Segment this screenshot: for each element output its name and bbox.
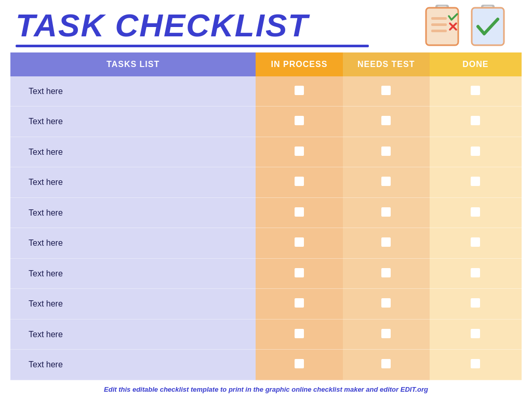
needstest-cell[interactable] [343, 258, 430, 289]
header-done: DONE [430, 52, 522, 76]
table-row: Text here [10, 167, 522, 198]
svg-rect-5 [431, 30, 447, 32]
title-area: TASK CHECKLIST [16, 9, 369, 47]
checkbox-needstest[interactable] [381, 237, 391, 247]
done-cell[interactable] [430, 137, 522, 167]
done-cell[interactable] [430, 319, 522, 350]
done-cell[interactable] [430, 228, 522, 259]
table-row: Text here [10, 319, 522, 350]
checkbox-needstest[interactable] [381, 329, 391, 338]
table-row: Text here [10, 137, 522, 167]
checkbox-done[interactable] [471, 359, 480, 368]
checkbox-inprocess[interactable] [295, 359, 304, 368]
checkbox-needstest[interactable] [381, 116, 391, 125]
task-cell: Text here [10, 319, 256, 350]
checkbox-inprocess[interactable] [295, 268, 304, 277]
checkbox-done[interactable] [471, 116, 480, 125]
table-row: Text here [10, 76, 522, 107]
checkbox-done[interactable] [471, 329, 480, 338]
task-cell: Text here [10, 107, 256, 137]
footer-text: Edit this editable checklist template to… [104, 385, 428, 393]
checkbox-done[interactable] [471, 147, 480, 156]
table-container: TASKS LIST IN PROCESS NEEDS TEST DONE Te… [0, 47, 532, 380]
inprocess-cell[interactable] [256, 289, 342, 320]
header-inprocess: IN PROCESS [256, 52, 342, 76]
needstest-cell[interactable] [343, 107, 430, 137]
done-cell[interactable] [430, 197, 522, 228]
needstest-cell[interactable] [343, 76, 430, 107]
svg-rect-4 [431, 23, 447, 26]
checkbox-inprocess[interactable] [295, 86, 304, 95]
done-cell[interactable] [430, 258, 522, 289]
header-tasks: TASKS LIST [10, 52, 256, 76]
checkbox-needstest[interactable] [381, 147, 391, 156]
checkbox-inprocess[interactable] [295, 116, 304, 125]
checkbox-needstest[interactable] [381, 177, 391, 186]
done-cell[interactable] [430, 167, 522, 198]
needstest-cell[interactable] [343, 228, 430, 259]
table-row: Text here [10, 107, 522, 137]
inprocess-cell[interactable] [256, 197, 342, 228]
needstest-cell[interactable] [343, 350, 430, 380]
inprocess-cell[interactable] [256, 107, 342, 137]
table-row: Text here [10, 289, 522, 320]
checkbox-done[interactable] [471, 237, 480, 247]
inprocess-cell[interactable] [256, 76, 342, 107]
task-cell: Text here [10, 76, 256, 107]
table-row: Text here [10, 258, 522, 289]
header: TASK CHECKLIST [0, 0, 532, 47]
footer: Edit this editable checklist template to… [0, 380, 532, 399]
checkbox-inprocess[interactable] [295, 177, 304, 186]
inprocess-cell[interactable] [256, 319, 342, 350]
inprocess-cell[interactable] [256, 167, 342, 198]
page-title: TASK CHECKLIST [16, 9, 369, 42]
checkbox-inprocess[interactable] [295, 237, 304, 247]
task-cell: Text here [10, 350, 256, 380]
inprocess-cell[interactable] [256, 228, 342, 259]
page-wrapper: TASK CHECKLIST [0, 0, 532, 399]
table-row: Text here [10, 350, 522, 380]
done-cell[interactable] [430, 289, 522, 320]
done-cell[interactable] [430, 350, 522, 380]
needstest-cell[interactable] [343, 197, 430, 228]
checkbox-needstest[interactable] [381, 268, 391, 277]
inprocess-cell[interactable] [256, 350, 342, 380]
task-cell: Text here [10, 167, 256, 198]
checkbox-inprocess[interactable] [295, 329, 304, 338]
task-cell: Text here [10, 289, 256, 320]
svg-rect-3 [431, 17, 447, 20]
checkbox-inprocess[interactable] [295, 298, 304, 308]
inprocess-cell[interactable] [256, 258, 342, 289]
done-cell[interactable] [430, 76, 522, 107]
needstest-cell[interactable] [343, 289, 430, 320]
checkbox-done[interactable] [471, 268, 480, 277]
checkbox-needstest[interactable] [381, 207, 391, 217]
checkbox-done[interactable] [471, 207, 480, 217]
checkbox-needstest[interactable] [381, 86, 391, 95]
done-cell[interactable] [430, 107, 522, 137]
needstest-cell[interactable] [343, 319, 430, 350]
checkbox-needstest[interactable] [381, 359, 391, 368]
task-cell: Text here [10, 228, 256, 259]
table-row: Text here [10, 228, 522, 259]
table-header-row: TASKS LIST IN PROCESS NEEDS TEST DONE [10, 52, 522, 76]
header-needstest: NEEDS TEST [343, 52, 430, 76]
task-cell: Text here [10, 137, 256, 167]
checkbox-done[interactable] [471, 86, 480, 95]
checklist-table: TASKS LIST IN PROCESS NEEDS TEST DONE Te… [10, 52, 522, 380]
inprocess-cell[interactable] [256, 137, 342, 167]
checkbox-inprocess[interactable] [295, 207, 304, 217]
task-cell: Text here [10, 258, 256, 289]
checkbox-needstest[interactable] [381, 298, 391, 308]
task-cell: Text here [10, 197, 256, 228]
clipboard-icon-2 [470, 5, 506, 47]
needstest-cell[interactable] [343, 167, 430, 198]
table-row: Text here [10, 197, 522, 228]
clipboard-icon-1 [424, 5, 460, 47]
needstest-cell[interactable] [343, 137, 430, 167]
checkbox-inprocess[interactable] [295, 147, 304, 156]
clipboard-icons [424, 5, 516, 47]
checkbox-done[interactable] [471, 177, 480, 186]
checkbox-done[interactable] [471, 298, 480, 308]
